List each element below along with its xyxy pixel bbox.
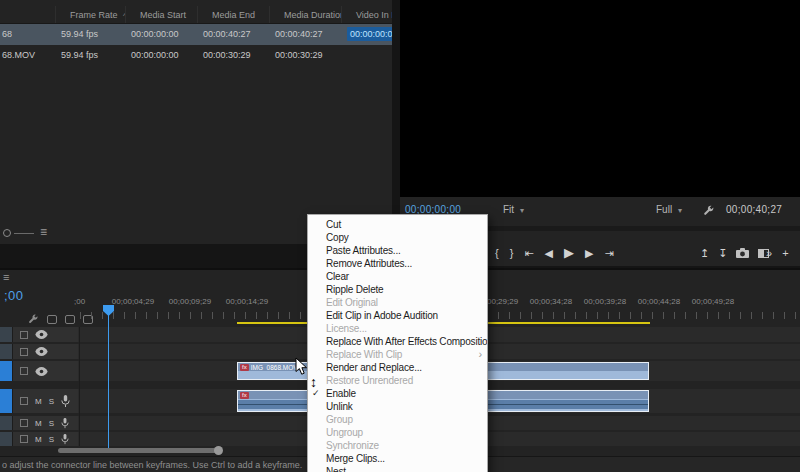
program-video-frame[interactable] xyxy=(400,0,800,197)
solo-button[interactable]: S xyxy=(49,435,54,444)
sync-lock-icon[interactable] xyxy=(20,397,28,405)
menu-item-render-and-replace[interactable]: Render and Replace... xyxy=(308,361,487,374)
menu-item-label: Replace With After Effects Composition xyxy=(326,336,487,347)
frame-rate-value: 59.94 fps xyxy=(55,24,125,45)
clip-name: 68.MOV xyxy=(0,45,55,66)
sync-lock-icon[interactable] xyxy=(20,331,28,339)
zoom-level-dropdown[interactable]: Fit ▾ xyxy=(503,204,524,215)
solo-button[interactable]: S xyxy=(49,419,54,428)
ruler-label: 00;00;09;29 xyxy=(169,297,211,306)
menu-item-label: Replace With Clip xyxy=(326,349,402,360)
track-target-v2[interactable] xyxy=(0,344,13,359)
mute-button[interactable]: M xyxy=(35,435,42,444)
track-target-a3[interactable] xyxy=(0,432,13,446)
video-in-point-cell[interactable]: 00:00:00:00 xyxy=(341,24,392,45)
snap-icon[interactable] xyxy=(47,315,57,324)
toggle-track-output-eye-icon[interactable] xyxy=(35,347,48,356)
menu-item-enable[interactable]: ✓ Enable xyxy=(308,387,487,400)
menu-item-copy[interactable]: Copy xyxy=(308,231,487,244)
add-button[interactable]: + xyxy=(782,243,788,263)
extract-button[interactable]: ↧ xyxy=(718,243,727,263)
menu-item-nest[interactable]: Nest... xyxy=(308,465,487,472)
solo-button[interactable]: S xyxy=(49,397,54,406)
go-to-out-button[interactable]: ⇥ xyxy=(605,243,614,263)
export-frame-camera-icon[interactable] xyxy=(736,244,749,262)
timeline-menu-icon[interactable]: ≡ xyxy=(3,271,9,283)
voiceover-mic-icon[interactable] xyxy=(61,395,70,408)
menu-item-label: Merge Clips... xyxy=(326,453,385,464)
list-view-icon[interactable]: ≡ xyxy=(40,225,47,239)
media-duration-value: 00:00:40:27 xyxy=(269,24,341,45)
menu-item-label: Ripple Delete xyxy=(326,284,383,295)
duration-timecode: 00;00;40;27 xyxy=(726,204,782,215)
sync-lock-icon[interactable] xyxy=(20,435,28,443)
sync-lock-icon[interactable] xyxy=(20,367,28,375)
track-target-v1[interactable] xyxy=(0,361,13,381)
menu-item-label: Copy xyxy=(326,232,349,243)
fx-badge[interactable]: fx xyxy=(240,392,249,399)
linked-selection-icon[interactable] xyxy=(65,315,75,324)
menu-item-replace-with-after-effects-composition[interactable]: Replace With After Effects Composition xyxy=(308,335,487,348)
sync-lock-icon[interactable] xyxy=(20,419,28,427)
column-video-in-point[interactable]: Video In Poi xyxy=(341,6,392,23)
media-duration-value: 00:00:30:29 xyxy=(269,45,341,66)
column-media-end[interactable]: Media End xyxy=(197,6,269,23)
voiceover-mic-icon[interactable] xyxy=(61,418,69,429)
clip-label: IMG_0868.MOV xyxy=(251,364,298,371)
menu-item-remove-attributes[interactable]: Remove Attributes... xyxy=(308,257,487,270)
playhead-line[interactable] xyxy=(108,310,109,448)
settings-wrench-icon[interactable] xyxy=(703,204,715,218)
menu-item-label: Restore Unrendered xyxy=(326,375,413,386)
project-row-clip[interactable]: 68.MOV 59.94 fps 00:00:00:00 00:00:30:29… xyxy=(0,45,392,66)
menu-item-label: License... xyxy=(326,323,367,334)
track-header-v3 xyxy=(0,327,78,342)
column-media-start[interactable]: Media Start xyxy=(125,6,197,23)
column-frame-rate[interactable]: Frame Rate ^ xyxy=(55,6,125,23)
media-end-value: 00:00:30:29 xyxy=(197,45,269,66)
timeline-settings-wrench-icon[interactable] xyxy=(28,310,39,328)
video-in-point-value[interactable]: 00:00:00:00 xyxy=(347,27,392,41)
playback-quality-dropdown[interactable]: Full ▾ xyxy=(656,204,682,215)
playback-quality-value: Full xyxy=(656,204,672,215)
button-overflow-icon[interactable]: » xyxy=(766,243,772,263)
track-target-v3[interactable] xyxy=(0,327,13,342)
track-target-a2[interactable] xyxy=(0,416,13,430)
menu-item-clear[interactable]: Clear xyxy=(308,270,487,283)
mute-button[interactable]: M xyxy=(35,397,42,406)
fx-badge[interactable]: fx xyxy=(240,364,249,371)
mouse-cursor-arrow xyxy=(295,357,308,380)
chevron-down-icon: ▾ xyxy=(678,206,682,215)
column-media-duration[interactable]: Media Duration xyxy=(269,6,341,23)
toggle-track-output-eye-icon[interactable] xyxy=(35,367,48,376)
voiceover-mic-icon[interactable] xyxy=(61,434,69,445)
zoom-slider-handle[interactable] xyxy=(3,229,11,237)
horizontal-scrollbar[interactable] xyxy=(58,448,218,453)
mute-button[interactable]: M xyxy=(35,419,42,428)
toggle-track-output-eye-icon[interactable] xyxy=(35,330,48,339)
menu-item-label: Synchronize xyxy=(326,440,379,451)
step-back-button[interactable]: ◀ xyxy=(545,243,553,263)
menu-item-ripple-delete[interactable]: Ripple Delete xyxy=(308,283,487,296)
mark-in-button[interactable]: { xyxy=(495,243,499,263)
ruler-label: 00;00;49;28 xyxy=(692,297,734,306)
play-button[interactable]: ▶ xyxy=(564,243,574,263)
step-forward-button[interactable]: ▶ xyxy=(585,243,593,263)
menu-item-merge-clips[interactable]: Merge Clips... xyxy=(308,452,487,465)
project-row-sequence[interactable]: 68 59.94 fps 00:00:00:00 00:00:40:27 00:… xyxy=(0,24,392,45)
sync-lock-icon[interactable] xyxy=(20,348,28,356)
menu-item-label: Remove Attributes... xyxy=(326,258,412,269)
menu-item-paste-attributes[interactable]: Paste Attributes... xyxy=(308,244,487,257)
mark-out-button[interactable]: } xyxy=(510,243,514,263)
ruler-label: 00;00;44;28 xyxy=(638,297,680,306)
ruler-label: 00;00;39;28 xyxy=(584,297,626,306)
column-name[interactable] xyxy=(0,6,55,23)
zoom-slider-track[interactable] xyxy=(14,233,34,234)
menu-item-cut[interactable]: Cut xyxy=(308,218,487,231)
menu-item-unlink[interactable]: Unlink xyxy=(308,400,487,413)
scrollbar-zoom-handle[interactable] xyxy=(214,446,223,455)
menu-item-label: Edit Original xyxy=(326,297,378,308)
track-target-a1[interactable] xyxy=(0,389,13,413)
menu-item-edit-clip-in-adobe-audition[interactable]: Edit Clip in Adobe Audition xyxy=(308,309,487,322)
go-to-in-button[interactable]: ⇤ xyxy=(524,243,533,263)
lift-button[interactable]: ↥ xyxy=(700,243,709,263)
